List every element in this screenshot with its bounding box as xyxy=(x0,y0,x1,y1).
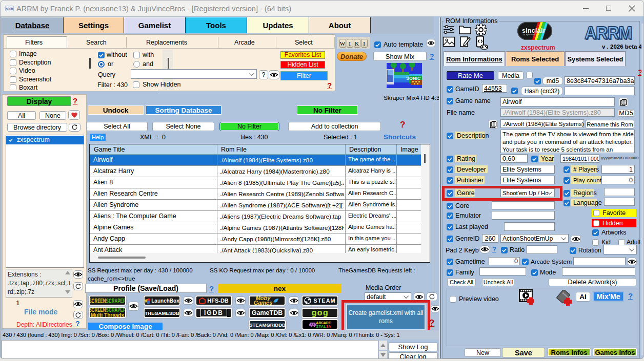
svg-text:SONIC: SONIC xyxy=(406,76,421,81)
svg-text:ZX Spectrum: ZX Spectrum xyxy=(522,33,535,36)
